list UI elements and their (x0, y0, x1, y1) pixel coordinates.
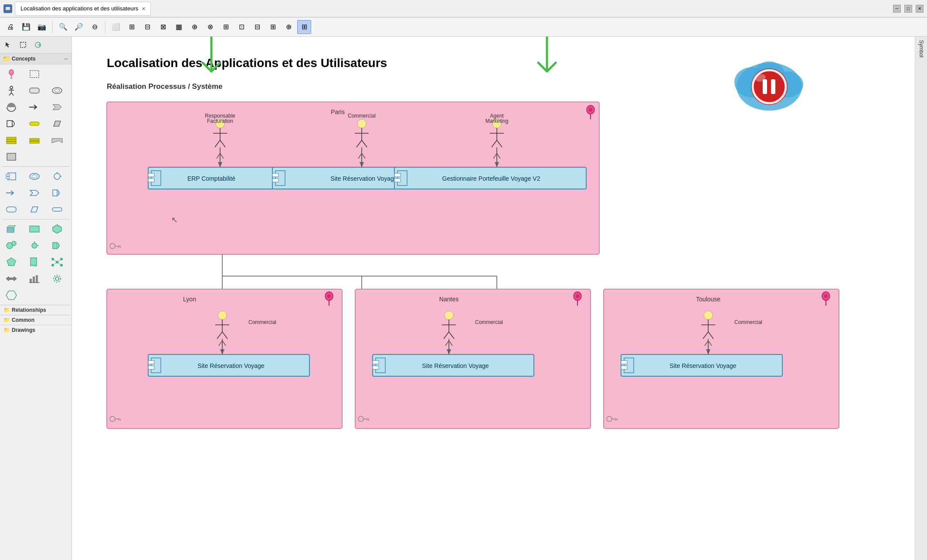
more-tool[interactable]: ⊕ (282, 20, 295, 34)
shape-half-d-blue[interactable] (48, 185, 67, 201)
shape-network-green[interactable] (48, 254, 67, 270)
svg-text:Commercial: Commercial (348, 113, 376, 119)
svg-text:Gestionnaire Portefeuille Voya: Gestionnaire Portefeuille Voyage V2 (442, 175, 540, 182)
svg-rect-63 (763, 79, 767, 94)
svg-rect-146 (373, 361, 379, 364)
select-tool[interactable]: ⬜ (109, 20, 123, 34)
svg-rect-25 (6, 174, 10, 176)
common-section[interactable]: 📁 Common (0, 315, 71, 325)
shape-arrow-right[interactable] (25, 99, 44, 115)
shape-chevron[interactable] (48, 99, 67, 115)
shape-chevron-blue[interactable] (25, 185, 44, 201)
svg-rect-30 (53, 190, 57, 196)
shape-rounded-blue[interactable] (2, 202, 21, 217)
shape-component[interactable] (2, 169, 21, 184)
shape-empty (48, 66, 67, 82)
screenshot-button[interactable]: 📷 (35, 20, 49, 34)
shape-database[interactable] (2, 132, 21, 148)
shape-socket-green[interactable] (25, 238, 44, 253)
lock-tool[interactable]: ⊗ (203, 20, 217, 34)
shape-rounded-rect[interactable] (25, 83, 44, 98)
tab-close-button[interactable]: × (142, 5, 145, 12)
common-label: Common (12, 317, 34, 323)
svg-rect-1 (6, 7, 10, 10)
svg-text:Site Réservation Voyage: Site Réservation Voyage (422, 362, 489, 369)
shape-para-blue[interactable] (25, 202, 44, 217)
shape-pill-blue[interactable] (48, 202, 67, 217)
shape-oval-blue[interactable] (25, 169, 44, 184)
shape-d-shape[interactable] (2, 116, 21, 132)
shape-half-circle[interactable] (2, 99, 21, 115)
svg-text:Commercial: Commercial (248, 319, 276, 325)
diagram-title: Localisation des Applications et des Uti… (107, 56, 387, 70)
symbol-panel-label[interactable]: Symbol (918, 40, 924, 57)
tab-title: Localisation des applications et des uti… (20, 5, 138, 12)
concepts-section-header[interactable]: 📁 Concepts ↔ (0, 54, 71, 64)
shape-doc-green[interactable] (25, 254, 44, 270)
grid-tool[interactable]: ⊟ (250, 20, 264, 34)
svg-point-8 (10, 86, 13, 89)
right-panel: Symbol (915, 37, 927, 560)
shape-h-arrow[interactable] (2, 271, 21, 287)
shape-circle-green[interactable] (2, 238, 21, 253)
export-tool[interactable]: ⊞ (297, 20, 311, 34)
shape-rect-green[interactable] (25, 221, 44, 237)
maximize-button[interactable]: □ (904, 5, 912, 13)
shape-pill[interactable] (25, 116, 44, 132)
edit-tool[interactable]: ⊡ (234, 20, 248, 34)
shape-location[interactable] (2, 66, 21, 82)
svg-point-132 (576, 294, 579, 298)
distribute-tool[interactable]: ⊠ (156, 20, 170, 34)
shape-arrow-blue[interactable] (2, 185, 21, 201)
svg-rect-128 (148, 361, 154, 364)
shape-parallelogram[interactable] (48, 116, 67, 132)
toulouse-label: Toulouse (696, 296, 720, 303)
svg-point-138 (445, 311, 453, 320)
print-button[interactable]: 🖨 (3, 20, 17, 34)
shape-banner[interactable] (48, 132, 67, 148)
shape-socket[interactable] (48, 169, 67, 184)
format-tool[interactable]: ▦ (172, 20, 186, 34)
canvas-area[interactable]: Localisation des Applications et des Uti… (72, 37, 915, 560)
shape-square[interactable] (2, 149, 21, 165)
svg-point-55 (55, 277, 59, 280)
shape-dashed-rect[interactable] (25, 66, 44, 82)
svg-rect-7 (30, 71, 39, 78)
svg-rect-53 (36, 275, 38, 283)
shape-bar-chart[interactable] (25, 271, 44, 287)
connect-tool[interactable]: ⊞ (219, 20, 233, 34)
zoom-in-button[interactable]: 🔍 (56, 20, 70, 34)
document-tab[interactable]: Localisation des applications et des uti… (15, 2, 151, 16)
zoom-out-button[interactable]: ⊖ (88, 20, 102, 34)
snap-tool[interactable]: ⊞ (266, 20, 280, 34)
svg-text:Site Réservation Voyage: Site Réservation Voyage (330, 175, 397, 182)
shape-hexagon2[interactable] (2, 287, 21, 303)
shape-d-green[interactable] (48, 238, 67, 253)
cursor-tool[interactable] (2, 38, 15, 51)
shape-stacked[interactable] (25, 132, 44, 148)
relationships-section[interactable]: 📁 Relationships (0, 305, 71, 315)
navigate-tool[interactable] (31, 38, 44, 51)
shape-actor[interactable] (2, 83, 21, 98)
separator-2 (105, 21, 105, 33)
shape-gear-green[interactable] (48, 271, 67, 287)
select-box-tool[interactable] (17, 38, 30, 51)
svg-rect-101 (272, 173, 278, 177)
close-button[interactable]: ✕ (916, 5, 924, 13)
svg-rect-19 (7, 139, 16, 142)
svg-rect-105 (394, 173, 401, 177)
shape-pentagon-green[interactable] (2, 254, 21, 270)
arrange-tool[interactable]: ⊞ (125, 20, 139, 34)
shape-cube-green[interactable] (2, 221, 21, 237)
svg-rect-16 (7, 121, 12, 127)
group-tool[interactable]: ⊕ (187, 20, 201, 34)
minimize-button[interactable]: ─ (893, 5, 901, 13)
align-tool[interactable]: ⊟ (140, 20, 154, 34)
shape-oval[interactable] (48, 83, 67, 98)
shape-hexagon-green[interactable] (48, 221, 67, 237)
svg-point-6 (10, 78, 13, 79)
save-button[interactable]: 💾 (19, 20, 33, 34)
drawings-section[interactable]: 📁 Drawings (0, 325, 71, 335)
shape-empty-3 (48, 149, 67, 165)
zoom-fit-button[interactable]: 🔎 (72, 20, 86, 34)
